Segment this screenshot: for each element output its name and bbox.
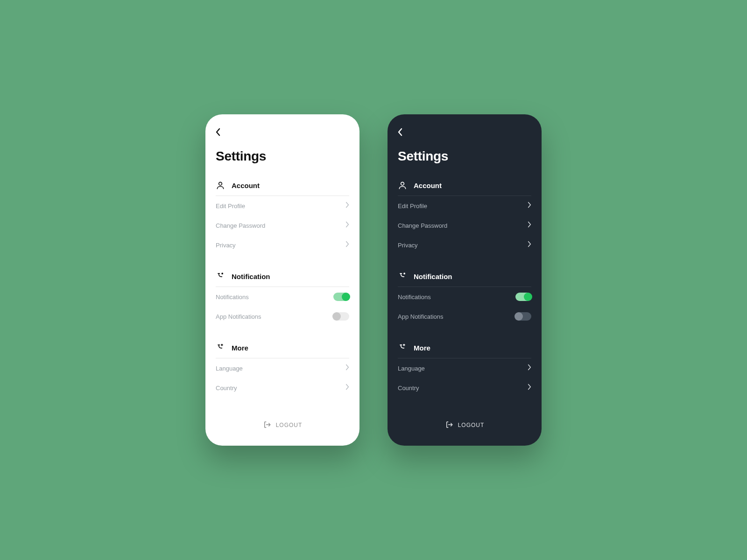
- toggle-notifications[interactable]: [515, 293, 531, 301]
- section-account: Account Edit Profile Change Password Pri…: [398, 181, 531, 255]
- section-header-notification: Notification: [398, 272, 531, 287]
- row-edit-profile[interactable]: Edit Profile: [398, 196, 531, 216]
- logout-icon: [445, 420, 453, 430]
- row-notifications[interactable]: Notifications: [216, 287, 349, 307]
- more-icon: [216, 343, 225, 352]
- row-label: Language: [216, 365, 243, 372]
- row-label: Edit Profile: [398, 203, 427, 210]
- chevron-right-icon: [528, 221, 531, 230]
- row-edit-profile[interactable]: Edit Profile: [216, 196, 349, 216]
- toggle-app-notifications[interactable]: [333, 312, 349, 321]
- chevron-right-icon: [345, 202, 349, 210]
- svg-point-1: [221, 273, 223, 274]
- toggle-notifications[interactable]: [333, 293, 349, 301]
- section-title: More: [232, 344, 248, 352]
- chevron-right-icon: [528, 384, 531, 392]
- row-label: Country: [398, 385, 419, 392]
- svg-point-3: [403, 273, 405, 274]
- section-header-account: Account: [216, 181, 349, 196]
- chevron-right-icon: [345, 384, 349, 392]
- section-title: Notification: [414, 273, 452, 280]
- user-icon: [398, 181, 407, 190]
- row-privacy[interactable]: Privacy: [216, 235, 349, 255]
- section-title: Notification: [232, 273, 270, 280]
- svg-point-0: [219, 182, 222, 185]
- notification-icon: [398, 272, 407, 281]
- row-notifications[interactable]: Notifications: [398, 287, 531, 307]
- row-privacy[interactable]: Privacy: [398, 235, 531, 255]
- row-label: Privacy: [398, 242, 418, 249]
- section-header-account: Account: [398, 181, 531, 196]
- chevron-right-icon: [528, 241, 531, 249]
- row-language[interactable]: Language: [216, 358, 349, 378]
- section-more: More Language Country: [216, 343, 349, 398]
- notification-icon: [216, 272, 225, 281]
- row-country[interactable]: Country: [216, 378, 349, 398]
- chevron-right-icon: [345, 221, 349, 230]
- toggle-knob: [514, 312, 523, 321]
- section-title: Account: [232, 182, 260, 189]
- section-more: More Language Country: [398, 343, 531, 398]
- chevron-left-icon: [216, 128, 220, 138]
- chevron-right-icon: [345, 364, 349, 372]
- page-title: Settings: [216, 149, 349, 164]
- logout-label: LOGOUT: [276, 422, 303, 428]
- row-label: Language: [398, 365, 425, 372]
- row-change-password[interactable]: Change Password: [398, 216, 531, 235]
- row-label: Change Password: [398, 222, 447, 229]
- logout-button[interactable]: LOGOUT: [216, 416, 349, 434]
- row-label: Change Password: [216, 222, 265, 229]
- row-app-notifications[interactable]: App Notifications: [216, 307, 349, 326]
- row-app-notifications[interactable]: App Notifications: [398, 307, 531, 326]
- back-button[interactable]: [398, 127, 409, 139]
- row-label: Edit Profile: [216, 203, 245, 210]
- toggle-knob: [332, 312, 341, 321]
- section-title: Account: [414, 182, 442, 189]
- row-label: Privacy: [216, 242, 236, 249]
- page-title: Settings: [398, 149, 531, 164]
- section-header-notification: Notification: [216, 272, 349, 287]
- toggle-knob: [342, 293, 350, 301]
- more-icon: [398, 343, 407, 352]
- chevron-right-icon: [345, 241, 349, 249]
- back-button[interactable]: [216, 127, 227, 139]
- row-label: Notifications: [398, 294, 431, 301]
- row-change-password[interactable]: Change Password: [216, 216, 349, 235]
- row-label: Country: [216, 385, 237, 392]
- logout-button[interactable]: LOGOUT: [398, 416, 531, 434]
- row-label: Notifications: [216, 294, 249, 301]
- settings-screen-light: Settings Account Edit Profile Change Pas…: [205, 114, 359, 446]
- toggle-app-notifications[interactable]: [515, 312, 531, 321]
- chevron-right-icon: [528, 202, 531, 210]
- logout-label: LOGOUT: [458, 422, 485, 428]
- section-account: Account Edit Profile Change Password Pri…: [216, 181, 349, 255]
- section-header-more: More: [398, 343, 531, 358]
- section-notification: Notification Notifications App Notificat…: [216, 272, 349, 326]
- chevron-left-icon: [398, 128, 402, 138]
- logout-icon: [263, 420, 271, 430]
- chevron-right-icon: [528, 364, 531, 372]
- user-icon: [216, 181, 225, 190]
- row-country[interactable]: Country: [398, 378, 531, 398]
- settings-screen-dark: Settings Account Edit Profile Change Pas…: [388, 114, 542, 446]
- section-header-more: More: [216, 343, 349, 358]
- toggle-knob: [524, 293, 532, 301]
- section-notification: Notification Notifications App Notificat…: [398, 272, 531, 326]
- section-title: More: [414, 344, 430, 352]
- row-label: App Notifications: [216, 313, 261, 320]
- svg-point-2: [401, 182, 404, 185]
- row-label: App Notifications: [398, 313, 444, 320]
- row-language[interactable]: Language: [398, 358, 531, 378]
